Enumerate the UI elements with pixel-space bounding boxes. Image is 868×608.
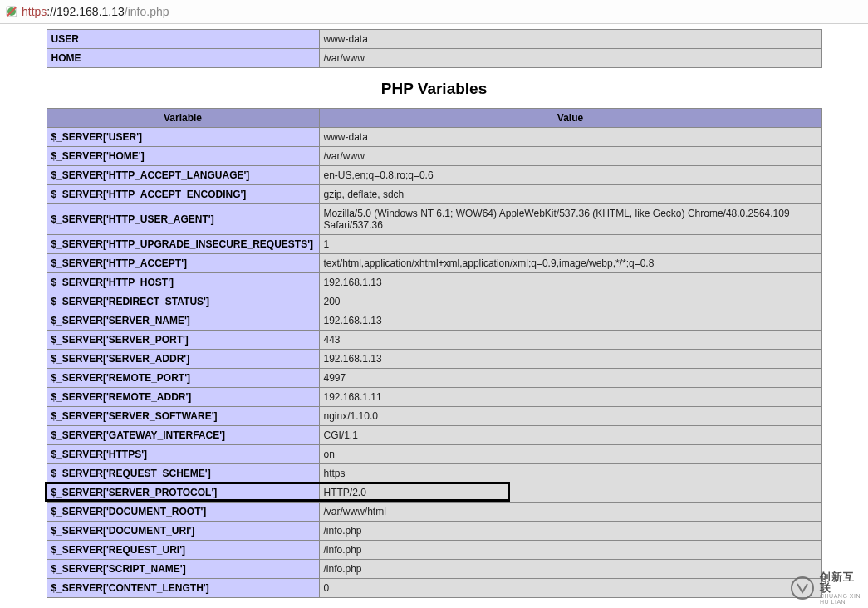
url-display[interactable]: https://192.168.1.13/info.php [22,5,169,18]
var-value: https [319,464,821,483]
var-key: $_SERVER['SCRIPT_NAME'] [47,560,319,579]
table-row: $_SERVER['REDIRECT_STATUS']200 [47,292,821,311]
var-value: 200 [319,292,821,311]
table-row: $_SERVER['HOME']/var/www [47,147,821,166]
env-key: USER [47,30,319,49]
env-table: USERwww-dataHOME/var/www [47,29,822,68]
var-key: $_SERVER['HTTP_UPGRADE_INSECURE_REQUESTS… [47,235,319,254]
var-key: $_SERVER['SERVER_SOFTWARE'] [47,407,319,426]
var-value: 1 [319,235,821,254]
var-value: /info.php [319,541,821,560]
table-row: $_SERVER['SERVER_NAME']192.168.1.13 [47,311,821,331]
var-key: $_SERVER['REQUEST_SCHEME'] [47,464,319,483]
var-key: $_SERVER['REDIRECT_STATUS'] [47,292,319,311]
env-value: www-data [319,30,821,49]
var-key: $_SERVER['REMOTE_ADDR'] [47,388,319,407]
env-key: HOME [47,49,319,68]
url-sep: :// [47,5,56,18]
var-value: /info.php [319,560,821,579]
browser-address-bar: https://192.168.1.13/info.php [0,0,868,24]
table-row: $_SERVER['REQUEST_SCHEME']https [47,464,821,483]
column-header-value: Value [319,109,821,128]
var-value: www-data [319,128,821,147]
var-value: on [319,445,821,464]
table-row: $_SERVER['SERVER_PORT']443 [47,331,821,350]
var-value: Mozilla/5.0 (Windows NT 6.1; WOW64) Appl… [319,204,821,235]
var-value: en-US,en;q=0.8,ro;q=0.6 [319,166,821,185]
table-row: $_SERVER['SCRIPT_NAME']/info.php [47,560,821,579]
table-row: $_SERVER['DOCUMENT_URI']/info.php [47,522,821,541]
var-key: $_SERVER['HOME'] [47,147,319,166]
url-host: 192.168.1.13 [56,5,125,18]
var-key: $_SERVER['CONTENT_LENGTH'] [47,579,319,598]
table-row: $_SERVER['HTTPS']on [47,445,821,464]
table-row: $_SERVER['REMOTE_PORT']4997 [47,369,821,388]
table-row: $_SERVER['SERVER_ADDR']192.168.1.13 [47,350,821,369]
var-key: $_SERVER['HTTP_ACCEPT_LANGUAGE'] [47,166,319,185]
var-value: HTTP/2.0 [319,483,821,503]
var-key: $_SERVER['HTTP_HOST'] [47,273,319,292]
var-value: /var/www [319,147,821,166]
table-row: $_SERVER['USER']www-data [47,128,821,147]
table-row: $_SERVER['DOCUMENT_ROOT']/var/www/html [47,503,821,522]
var-key: $_SERVER['USER'] [47,128,319,147]
table-row: $_SERVER['REQUEST_URI']/info.php [47,541,821,560]
var-value: 4997 [319,369,821,388]
table-row: $_SERVER['HTTP_ACCEPT']text/html,applica… [47,254,821,273]
table-row: $_SERVER['SERVER_PROTOCOL']HTTP/2.0 [47,483,821,503]
var-value: nginx/1.10.0 [319,407,821,426]
var-key: $_SERVER['HTTP_ACCEPT'] [47,254,319,273]
var-value: 192.168.1.11 [319,388,821,407]
table-row: $_SERVER['SERVER_SOFTWARE']nginx/1.10.0 [47,407,821,426]
table-header-row: VariableValue [47,109,821,128]
var-key: $_SERVER['SERVER_PORT'] [47,331,319,350]
var-value: /info.php [319,522,821,541]
table-row: $_SERVER['GATEWAY_INTERFACE']CGI/1.1 [47,426,821,445]
column-header-variable: Variable [47,109,319,128]
var-value: 192.168.1.13 [319,273,821,292]
var-key: $_SERVER['SERVER_ADDR'] [47,350,319,369]
var-key: $_SERVER['REMOTE_PORT'] [47,369,319,388]
var-value: /var/www/html [319,503,821,522]
var-key: $_SERVER['HTTP_ACCEPT_ENCODING'] [47,185,319,204]
var-key: $_SERVER['DOCUMENT_URI'] [47,522,319,541]
table-row: $_SERVER['HTTP_UPGRADE_INSECURE_REQUESTS… [47,235,821,254]
watermark-text-big: 创新互联 [820,571,865,593]
var-value: 192.168.1.13 [319,350,821,369]
table-row: $_SERVER['CONTENT_LENGTH']0 [47,579,821,598]
watermark-logo: 创新互联 CHUANG XIN HU LIAN [790,573,865,598]
url-path: /info.php [125,5,169,18]
table-row: $_SERVER['REMOTE_ADDR']192.168.1.11 [47,388,821,407]
php-variables-table: VariableValue$_SERVER['USER']www-data$_S… [47,108,822,598]
var-key: $_SERVER['HTTPS'] [47,445,319,464]
ssl-error-icon [5,5,18,18]
table-row: USERwww-data [47,30,821,49]
table-row: $_SERVER['HTTP_ACCEPT_ENCODING']gzip, de… [47,185,821,204]
table-row: $_SERVER['HTTP_USER_AGENT']Mozilla/5.0 (… [47,204,821,235]
var-key: $_SERVER['GATEWAY_INTERFACE'] [47,426,319,445]
var-value: text/html,application/xhtml+xml,applicat… [319,254,821,273]
svg-point-3 [792,577,813,598]
var-value: CGI/1.1 [319,426,821,445]
var-key: $_SERVER['DOCUMENT_ROOT'] [47,503,319,522]
var-key: $_SERVER['SERVER_NAME'] [47,311,319,331]
var-value: gzip, deflate, sdch [319,185,821,204]
var-value: 0 [319,579,821,598]
var-value: 443 [319,331,821,350]
var-value: 192.168.1.13 [319,311,821,331]
var-key: $_SERVER['HTTP_USER_AGENT'] [47,204,319,235]
url-protocol: https [22,5,47,18]
section-title: PHP Variables [381,80,487,98]
table-row: $_SERVER['HTTP_ACCEPT_LANGUAGE']en-US,en… [47,166,821,185]
table-row: $_SERVER['HTTP_HOST']192.168.1.13 [47,273,821,292]
var-key: $_SERVER['SERVER_PROTOCOL'] [47,483,319,503]
watermark-text-small: CHUANG XIN HU LIAN [820,593,865,598]
env-value: /var/www [319,49,821,68]
var-key: $_SERVER['REQUEST_URI'] [47,541,319,560]
table-row: HOME/var/www [47,49,821,68]
